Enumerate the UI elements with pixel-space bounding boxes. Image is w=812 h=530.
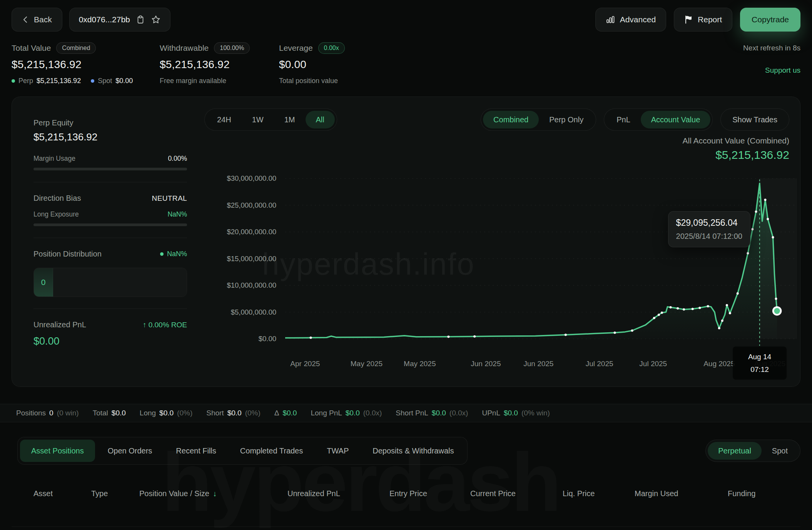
position-distribution-widget: 0 [33, 268, 187, 297]
market-type-toggle: PerpetualSpot [705, 440, 800, 462]
tooltip-time: 2025/8/14 07:12:00 [676, 232, 742, 241]
withdrawable-badge: 100.00% [214, 42, 250, 54]
positions-stat-part: $0.0 [159, 409, 174, 417]
direction-bias-label: Direction Bias [33, 194, 81, 203]
positions-stat-part: Total [93, 409, 108, 417]
perp-breakdown: Perp $5,215,136.92 [12, 77, 81, 85]
tab-recent-fills[interactable]: Recent Fills [165, 440, 227, 462]
show-trades-button[interactable]: Show Trades [720, 108, 789, 131]
combined-badge: Combined [56, 42, 96, 54]
positions-stat-part: (0%) [245, 409, 261, 417]
hyperdash-wallet-page: hyperdash Back 0xd076...27bb Advanced Re… [0, 0, 812, 530]
market-spot[interactable]: Spot [762, 442, 798, 460]
column-header-funding[interactable]: Funding [728, 489, 774, 498]
positions-stat-part: Δ [274, 409, 279, 417]
tab-open-orders[interactable]: Open Orders [97, 440, 164, 462]
positions-stat-part: (0 win) [57, 409, 79, 417]
divider [33, 182, 187, 182]
x-axis: Apr 2025May 2025May 2025Jun 2025Jun 2025… [285, 346, 789, 381]
long-exposure-value: NaN% [167, 210, 187, 218]
copy-address-icon[interactable] [136, 15, 145, 24]
tab-deposits-withdrawals[interactable]: Deposits & Withdrawals [361, 440, 465, 462]
x-tick: May 2025 [404, 360, 436, 368]
positions-stat-total: Total$0.0 [93, 409, 126, 417]
back-label: Back [34, 15, 52, 24]
distribution-dot-icon [160, 252, 164, 256]
perp-equity-label: Perp Equity [33, 118, 187, 127]
column-header-unrealized-pnl[interactable]: Unrealized PnL [287, 489, 389, 498]
y-tick-20m: $20,000,000.00 [204, 228, 279, 236]
total-value: $5,215,136.92 [12, 58, 160, 71]
positions-stat-part: $0.0 [346, 409, 360, 417]
column-header-margin-used[interactable]: Margin Used [635, 489, 728, 498]
mode-toggle: CombinedPerp Only [481, 108, 596, 131]
chart-tooltip: $29,095,256.04 2025/8/14 07:12:00 [668, 211, 750, 247]
positions-stat-: Δ$0.0 [274, 409, 297, 417]
column-header-asset[interactable]: Asset [33, 489, 91, 498]
x-tick: Jun 2025 [523, 360, 553, 368]
column-label: Type [91, 489, 108, 498]
withdrawable-stat: Withdrawable 100.00% $5,215,136.92 Free … [160, 42, 279, 85]
perp-dot-icon [12, 79, 15, 83]
positions-stat-upnl: UPnL$0.0(0% win) [482, 409, 550, 417]
section-tabs: Asset PositionsOpen OrdersRecent FillsCo… [17, 437, 468, 465]
support-us-link[interactable]: Support us [743, 66, 800, 75]
tab-asset-positions[interactable]: Asset Positions [20, 440, 95, 462]
mode-combined[interactable]: Combined [483, 111, 539, 128]
account-value-chart[interactable]: hyperdash.info $30,000,000.00$25,000,000… [204, 173, 789, 346]
report-button[interactable]: Report [674, 8, 732, 32]
leverage-label: Leverage [279, 43, 313, 53]
range-tab-1w[interactable]: 1W [242, 111, 274, 128]
tab-completed-trades[interactable]: Completed Trades [229, 440, 314, 462]
long-exposure-label: Long Exposure [33, 210, 79, 218]
x-tick: Jun 2025 [471, 360, 501, 368]
tab-twap[interactable]: TWAP [316, 440, 360, 462]
copytrade-button[interactable]: Copytrade [740, 8, 800, 32]
withdrawable-sub: Free margin available [160, 77, 226, 85]
market-perpetual[interactable]: Perpetual [708, 442, 762, 460]
top-bar: Back 0xd076...27bb Advanced Report Copyt… [12, 8, 800, 32]
sort-descending-icon: ↓ [213, 489, 217, 498]
positions-stat-part: Short PnL [396, 409, 428, 417]
positions-stat-part: $0.0 [282, 409, 297, 417]
positions-stat-part: $0.0 [432, 409, 446, 417]
leverage-value: $0.00 [279, 58, 345, 71]
spot-value: $0.00 [115, 77, 133, 85]
account-value-line-chart[interactable] [285, 173, 797, 346]
metric-account-value[interactable]: Account Value [641, 111, 711, 128]
account-summary-panel: Perp Equity $5,215,136.92 Margin Usage 0… [12, 97, 204, 387]
column-header-type[interactable]: Type [91, 489, 139, 498]
advanced-button[interactable]: Advanced [595, 8, 666, 32]
range-tab-24h[interactable]: 24H [207, 111, 242, 128]
range-tab-1m[interactable]: 1M [274, 111, 306, 128]
margin-usage-value: 0.00% [168, 155, 187, 163]
chevron-left-icon [22, 15, 29, 24]
column-header-entry-price[interactable]: Entry Price [389, 489, 470, 498]
positions-stat-part: Short [206, 409, 224, 417]
metric-pnl[interactable]: PnL [606, 111, 641, 128]
mode-perp-only[interactable]: Perp Only [539, 111, 594, 128]
column-header-position-value-size[interactable]: Position Value / Size↓ [139, 489, 287, 498]
positions-stat-short-pnl: Short PnL$0.0(0.0x) [396, 409, 468, 417]
tooltip-value: $29,095,256.04 [676, 218, 742, 228]
perp-label: Perp [18, 77, 33, 85]
positions-stat-part: $0.0 [227, 409, 242, 417]
column-label: Asset [33, 489, 53, 498]
favorite-star-icon[interactable] [151, 15, 161, 25]
chart-title: All Account Value (Combined) [204, 136, 789, 145]
x-tick: May 2025 [351, 360, 383, 368]
divider [33, 308, 187, 309]
spot-breakdown: Spot $0.00 [91, 77, 133, 85]
refresh-countdown: Next refresh in 8s [743, 44, 800, 52]
column-header-liq-price[interactable]: Liq. Price [563, 489, 635, 498]
bar-chart-icon [606, 15, 615, 24]
spot-label: Spot [98, 77, 112, 85]
direction-bias-value: NEUTRAL [152, 194, 187, 203]
chart-current-value: $5,215,136.92 [204, 148, 789, 162]
x-tick: Aug 2025 [703, 360, 735, 368]
back-button[interactable]: Back [12, 8, 62, 32]
range-tab-all[interactable]: All [306, 111, 335, 128]
column-label: Position Value / Size [139, 489, 209, 498]
y-tick-10m: $10,000,000.00 [204, 281, 279, 290]
column-header-current-price[interactable]: Current Price [470, 489, 563, 498]
